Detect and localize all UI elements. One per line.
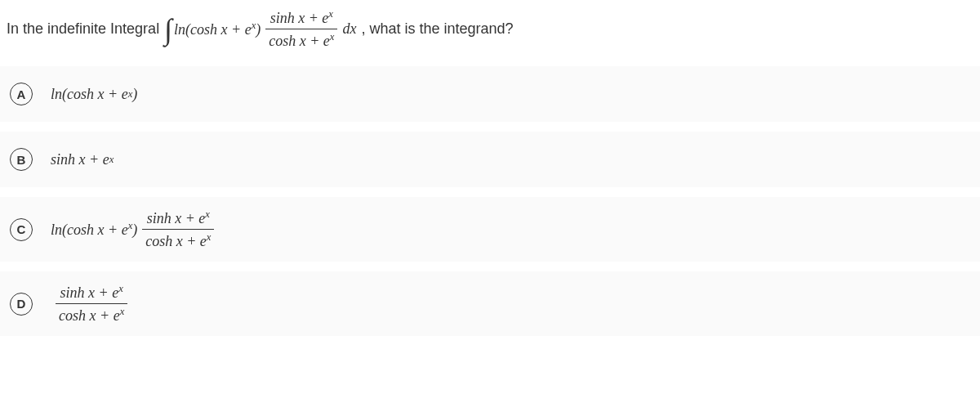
integrand-fraction: sinh x + ex cosh x + ex — [265, 8, 337, 50]
question-prompt: In the indefinite Integral ∫ ln(cosh x +… — [0, 0, 980, 66]
fraction-denominator: cosh x + ex — [265, 29, 337, 50]
integral-expression: ∫ ln(cosh x + ex) sinh x + ex cosh x + e… — [164, 8, 356, 50]
option-d-numerator: sinh x + ex — [56, 283, 126, 303]
option-d[interactable]: D sinh x + ex cosh x + ex — [0, 271, 980, 336]
option-d-fraction: sinh x + ex cosh x + ex — [56, 283, 127, 325]
option-d-content: sinh x + ex cosh x + ex — [51, 283, 132, 325]
fraction-numerator: sinh x + ex — [267, 8, 336, 29]
option-c-numerator: sinh x + ex — [144, 208, 213, 229]
option-c-denominator: cosh x + ex — [142, 229, 214, 250]
integrand-ln-part: ln(cosh x + ex) — [174, 20, 261, 38]
option-c-prefix: ln(cosh x + ex) — [51, 220, 137, 239]
options-list: A ln(cosh x + ex) B sinh x + ex C ln(cos… — [0, 66, 980, 346]
question-text-before: In the indefinite Integral — [7, 20, 164, 38]
option-c-fraction: sinh x + ex cosh x + ex — [142, 208, 214, 250]
option-a[interactable]: A ln(cosh x + ex) — [0, 66, 980, 122]
option-letter-c: C — [10, 218, 33, 241]
option-b-content: sinh x + ex — [51, 151, 114, 168]
option-letter-b: B — [10, 148, 33, 171]
option-d-denominator: cosh x + ex — [56, 303, 127, 325]
dx: dx — [342, 20, 356, 38]
option-c-content: ln(cosh x + ex) sinh x + ex cosh x + ex — [51, 208, 219, 250]
question-text-after: , what is the integrand? — [356, 20, 513, 38]
option-letter-a: A — [10, 83, 33, 105]
option-b[interactable]: B sinh x + ex — [0, 132, 980, 187]
option-a-content: ln(cosh x + ex) — [51, 86, 137, 103]
option-c[interactable]: C ln(cosh x + ex) sinh x + ex cosh x + e… — [0, 197, 980, 262]
option-letter-d: D — [10, 293, 33, 316]
integral-sign: ∫ — [164, 12, 174, 47]
